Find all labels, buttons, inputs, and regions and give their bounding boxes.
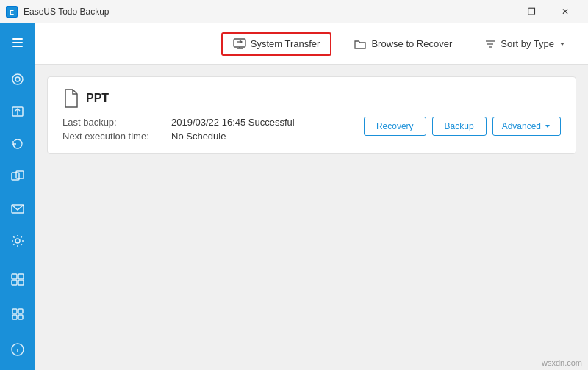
sidebar <box>0 23 35 370</box>
chevron-down-icon <box>544 123 551 130</box>
browse-recover-button[interactable]: Browse to Recover <box>343 34 462 54</box>
svg-rect-20 <box>18 315 23 319</box>
svg-marker-31 <box>560 43 564 46</box>
svg-rect-13 <box>12 274 17 279</box>
sort-button[interactable]: Sort by Type <box>474 34 576 54</box>
svg-rect-16 <box>18 280 24 285</box>
minimize-button[interactable]: — <box>481 0 514 23</box>
svg-point-6 <box>15 77 20 81</box>
backup-actions: Recovery Backup Advanced <box>364 117 561 136</box>
file-icon <box>62 89 79 108</box>
svg-point-23 <box>18 347 18 347</box>
svg-rect-14 <box>18 274 24 279</box>
next-exec-row: Next execution time: No Schedule <box>62 131 295 142</box>
sidebar-item-backup[interactable] <box>3 97 32 126</box>
backup-card-header: PPT <box>62 89 561 108</box>
backup-details: Last backup: 2019/03/22 16:45 Successful… <box>62 117 295 142</box>
sidebar-item-home[interactable] <box>3 65 32 94</box>
backup-card: PPT Last backup: 2019/03/22 16:45 Succes… <box>47 76 576 154</box>
sidebar-item-grid[interactable] <box>3 300 32 329</box>
next-exec-value: No Schedule <box>171 131 226 142</box>
recovery-button[interactable]: Recovery <box>364 117 426 136</box>
app-icon: E <box>6 6 18 18</box>
advanced-button[interactable]: Advanced <box>492 117 561 136</box>
svg-point-5 <box>12 74 23 84</box>
backup-button[interactable]: Backup <box>432 117 487 136</box>
sidebar-item-info[interactable] <box>3 335 32 364</box>
last-backup-row: Last backup: 2019/03/22 16:45 Successful <box>62 117 295 128</box>
svg-rect-18 <box>18 309 23 313</box>
last-backup-value: 2019/03/22 16:45 Successful <box>171 117 295 128</box>
app-title: EaseUS Todo Backup <box>24 7 110 17</box>
svg-rect-19 <box>12 315 17 319</box>
close-button[interactable]: ✕ <box>548 0 582 23</box>
svg-text:E: E <box>10 9 14 16</box>
restore-button[interactable]: ❐ <box>514 0 548 23</box>
backup-info: Last backup: 2019/03/22 16:45 Successful… <box>62 117 561 142</box>
app-body: System Transfer Browse to Recover Sort b… <box>0 23 588 370</box>
system-transfer-button[interactable]: System Transfer <box>221 32 332 56</box>
title-bar-left: E EaseUS Todo Backup <box>6 6 110 18</box>
svg-point-12 <box>15 239 20 243</box>
sidebar-menu-button[interactable] <box>3 29 32 56</box>
svg-rect-2 <box>12 38 23 40</box>
sort-label: Sort by Type <box>501 38 554 49</box>
svg-rect-3 <box>12 42 23 43</box>
title-bar: E EaseUS Todo Backup — ❐ ✕ <box>0 0 588 23</box>
main-content: PPT Last backup: 2019/03/22 16:45 Succes… <box>35 65 588 370</box>
toolbar: System Transfer Browse to Recover Sort b… <box>35 23 588 65</box>
watermark: wsxdn.com <box>542 358 582 367</box>
browse-recover-label: Browse to Recover <box>371 38 452 49</box>
sidebar-item-settings[interactable] <box>3 226 32 255</box>
sidebar-item-restore[interactable] <box>3 129 32 159</box>
svg-rect-4 <box>12 46 23 47</box>
svg-rect-15 <box>12 280 17 285</box>
sidebar-item-mail[interactable] <box>3 194 32 223</box>
system-transfer-label: System Transfer <box>251 38 320 49</box>
backup-title: PPT <box>86 92 109 105</box>
content-area: System Transfer Browse to Recover Sort b… <box>35 23 588 370</box>
next-exec-label: Next execution time: <box>62 131 165 142</box>
last-backup-label: Last backup: <box>62 117 165 128</box>
svg-rect-17 <box>12 309 17 313</box>
svg-marker-32 <box>545 125 550 128</box>
window-controls: — ❐ ✕ <box>481 0 582 23</box>
advanced-label: Advanced <box>502 121 541 131</box>
sidebar-item-transfer[interactable] <box>3 264 32 294</box>
sidebar-item-clone[interactable] <box>3 162 32 191</box>
